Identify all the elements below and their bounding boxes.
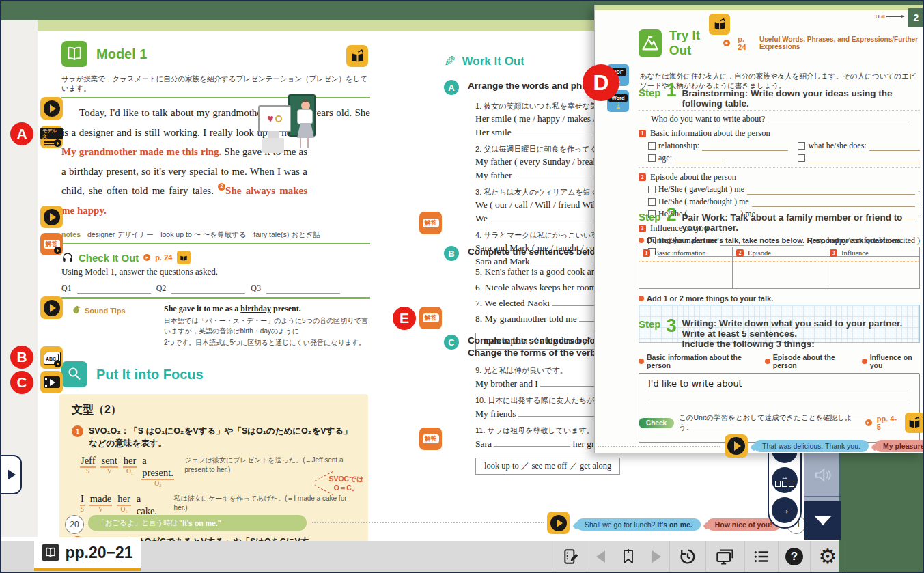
item-number: 7.	[475, 298, 482, 308]
number-badge: 2	[736, 249, 744, 257]
answer-button-a[interactable]: 解答	[419, 212, 442, 234]
answer-line	[768, 116, 908, 124]
step1-header: Step 1 Brainstorming: Write down your id…	[639, 83, 920, 111]
model1-header: Model 1	[61, 41, 370, 67]
mountain-flag-icon	[639, 29, 662, 57]
spread-view-button[interactable]: ↔	[772, 467, 798, 493]
speaker-icon	[813, 464, 833, 485]
try-it-out-title: Try It Out	[669, 28, 716, 58]
next-bookmark-button[interactable]	[643, 541, 669, 572]
question-line: Q1 Q2 Q3	[61, 283, 370, 294]
check-it-out-title: Check It Out	[79, 252, 139, 264]
sidebar-expand-handle[interactable]	[0, 455, 22, 494]
step2-header: Step 2 Pair Work: Talk about a family me…	[639, 207, 920, 234]
marker-B[interactable]: B	[10, 346, 33, 369]
history-button[interactable]	[669, 541, 705, 572]
passage-key-sentence-1: My grandmother made me this ring.	[61, 146, 221, 157]
segment-label: O₂	[154, 480, 161, 488]
item-en: My brother and I	[475, 378, 538, 389]
audio-play-button-check[interactable]	[40, 206, 63, 228]
bullet-icon	[765, 359, 770, 364]
step3-header: Step 3 Writing: Write down what you said…	[639, 318, 920, 350]
history-icon	[678, 547, 697, 566]
checkbox-icon	[648, 186, 656, 193]
example-2-translation: 私は彼女にケーキを作ってあげた。(＝I made a cake for her.…	[174, 494, 356, 513]
who-line: Who do you want to write about?	[651, 114, 920, 124]
answer-button-b[interactable]: 解答	[419, 307, 442, 329]
item-number: 8.	[475, 313, 482, 324]
marker-D[interactable]: D	[583, 64, 619, 101]
checkbox-icon	[648, 142, 656, 150]
answer-button-c[interactable]: 解答	[419, 428, 442, 450]
divider	[61, 97, 370, 98]
table-of-contents-button[interactable]	[744, 541, 778, 572]
model1-title: Model 1	[96, 46, 147, 62]
play-dot-icon	[54, 247, 61, 254]
video-button[interactable]	[40, 371, 63, 393]
answer-line	[747, 186, 915, 195]
toolbar-icons: ? ⚙	[555, 541, 845, 572]
section-a-title: Arrange the words and phrase	[468, 80, 601, 92]
speaker-button[interactable]	[804, 453, 841, 497]
flashcards-button[interactable]: ABC	[40, 346, 63, 369]
help-button[interactable]: ?	[778, 541, 810, 572]
q1-answer-line	[77, 285, 151, 294]
audio-play-button-model[interactable]	[40, 97, 63, 120]
check-text: このUnitの学習をとおして達成できたことを確認しよう。	[679, 413, 860, 432]
answer-line	[518, 408, 595, 417]
grammar-box-title: 文型（2）	[72, 403, 356, 417]
item-number: 5.	[475, 266, 482, 277]
marker-E[interactable]: E	[393, 307, 416, 330]
model-text-button[interactable]: モデル文	[40, 126, 63, 148]
answer-label: 解答	[423, 313, 439, 322]
unit-text: Unit	[876, 14, 885, 20]
unit-number-tab: 2	[908, 8, 924, 27]
unit-arrow-icon	[886, 16, 904, 17]
bullet-icon	[639, 296, 644, 301]
qr-mini-button[interactable]	[177, 251, 191, 264]
item-number: 11.	[475, 426, 485, 434]
tip-banner-jp: 「おごるよ」と言う時は	[98, 518, 178, 528]
play-icon	[44, 209, 60, 225]
bullet-icon	[639, 238, 644, 243]
monitor-base	[262, 138, 284, 153]
notes-tool-button[interactable]	[555, 541, 587, 572]
page-tab[interactable]: pp.20−21	[34, 537, 141, 571]
writing-line	[648, 391, 910, 404]
arrows-icon: ↔	[781, 473, 789, 480]
item-en: My grandmother told me	[485, 313, 577, 324]
qr-link-button[interactable]	[346, 45, 368, 67]
person-legs	[300, 138, 309, 148]
segment-label: S	[86, 468, 89, 475]
answer-line	[494, 438, 570, 447]
gear-icon: ⚙	[819, 546, 837, 567]
step3-title-2: Include the following 3 things:	[682, 339, 815, 349]
bookmark-button[interactable]	[613, 541, 643, 572]
tip-banner: 「おごるよ」と言う時は "It's on me."	[88, 515, 307, 531]
qr-link-button[interactable]	[905, 413, 924, 433]
display-mode-button[interactable]	[705, 541, 744, 572]
play-icon	[550, 515, 567, 531]
answer-button-check[interactable]: 解答	[40, 233, 63, 255]
item-en: Nicole always keeps her room	[485, 282, 596, 292]
next-page-button[interactable]: →	[772, 497, 798, 523]
marker-A[interactable]: A	[10, 122, 33, 145]
audio-play-button-phrase[interactable]	[725, 434, 748, 458]
marker-C[interactable]: C	[10, 371, 33, 394]
bullet-text: Basic information about the person	[647, 353, 754, 369]
divider	[61, 243, 370, 244]
sound-tips-body: She gave it to me as a birthday present.…	[164, 304, 370, 348]
collapse-panel-button[interactable]	[804, 501, 841, 540]
settings-button[interactable]: ⚙	[810, 541, 845, 572]
audio-play-button-phrase[interactable]	[547, 512, 570, 534]
sound-example: She gave it to me as a birthday present.	[164, 304, 370, 314]
segment-word: sent	[100, 454, 117, 468]
answer-start: My father	[475, 170, 512, 180]
checkbox-icon	[798, 154, 805, 162]
audio-play-button-focus[interactable]	[40, 296, 63, 319]
model1-passage: Today, I'd like to talk about my grandmo…	[61, 103, 370, 220]
segment-word: her	[123, 454, 137, 468]
prev-bookmark-button[interactable]	[587, 541, 613, 572]
q2-label: Q2	[156, 283, 167, 294]
play-icon	[44, 300, 60, 316]
